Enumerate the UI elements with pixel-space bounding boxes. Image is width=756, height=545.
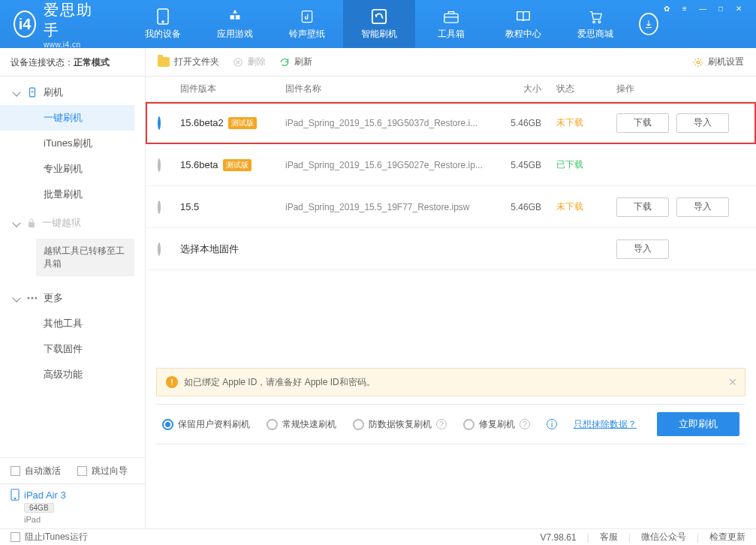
wechat-link[interactable]: 微信公众号 (641, 531, 686, 543)
sidebar-item-othertools[interactable]: 其他工具 (0, 311, 134, 336)
sidebar: 设备连接状态：正常模式 刷机 一键刷机 iTunes刷机 专业刷机 批量刷机 一… (0, 48, 146, 528)
book-icon (515, 8, 532, 25)
firmware-radio[interactable] (158, 242, 161, 256)
block-itunes-checkbox[interactable] (11, 532, 20, 542)
sidebar-group-more[interactable]: 更多 (0, 285, 145, 311)
nav-my-device[interactable]: 我的设备 (127, 0, 199, 48)
nav-tutorials[interactable]: 教程中心 (487, 0, 559, 48)
app-version: V7.98.61 (541, 532, 577, 543)
svg-point-6 (598, 20, 601, 23)
sidebar-item-itunes[interactable]: iTunes刷机 (0, 131, 134, 156)
phone-refresh-icon (27, 87, 38, 98)
nav-store[interactable]: 爱思商城 (559, 0, 631, 48)
firmware-row[interactable]: 选择本地固件导入 (146, 228, 756, 270)
auto-activate-checkbox[interactable] (11, 466, 20, 476)
beta-tag: 测试版 (228, 117, 257, 129)
delete-button[interactable]: 删除 (233, 56, 266, 68)
titlebar: i4 爱思助手 www.i4.cn 我的设备 应用游戏 铃声壁纸 智能刷机 工具… (0, 0, 756, 48)
chevron-down-icon (12, 218, 20, 227)
chevron-down-icon (12, 294, 20, 302)
sidebar-item-oneclick[interactable]: 一键刷机 (0, 105, 134, 131)
main-panel: 打开文件夹 删除 刷新 刷机设置 固件版本 固件名称 大小 状态 操作 15.6… (146, 48, 756, 528)
folder-icon (158, 57, 170, 67)
refresh-icon (279, 57, 290, 68)
maximize-button[interactable]: □ (712, 2, 729, 15)
table-header: 固件版本 固件名称 大小 状态 操作 (146, 77, 756, 102)
svg-rect-3 (372, 9, 386, 23)
refresh-button[interactable]: 刷新 (279, 56, 312, 68)
firmware-radio[interactable] (158, 116, 161, 130)
nav-toolbox[interactable]: 工具箱 (415, 0, 487, 48)
svg-rect-4 (444, 14, 458, 23)
statusbar: 阻止iTunes运行 V7.98.61 | 客服 | 微信公众号 | 检查更新 (0, 528, 756, 545)
nav-ringtones[interactable]: 铃声壁纸 (271, 0, 343, 48)
warning-icon: ! (166, 376, 178, 388)
app-url: www.i4.cn (44, 41, 97, 49)
flash-settings-button[interactable]: 刷机设置 (693, 56, 744, 68)
music-icon (299, 8, 315, 25)
flash-options-row: 保留用户资料刷机 常规快速刷机 防数据恢复刷机 ? 修复刷机 ? i 只想抹除数… (156, 404, 745, 444)
firmware-row[interactable]: 15.6beta测试版iPad_Spring_2019_15.6_19G5027… (146, 144, 756, 186)
lock-icon (27, 218, 36, 228)
download-indicator-icon[interactable] (639, 13, 658, 35)
open-folder-button[interactable]: 打开文件夹 (158, 56, 219, 68)
import-button[interactable]: 导入 (676, 197, 729, 217)
flash-now-button[interactable]: 立即刷机 (657, 412, 739, 436)
logo-icon: i4 (14, 11, 36, 38)
app-logo: i4 爱思助手 www.i4.cn (14, 0, 97, 49)
tablet-icon (11, 489, 20, 501)
skip-guide-checkbox[interactable] (77, 466, 87, 476)
nav-flash[interactable]: 智能刷机 (343, 0, 415, 48)
close-button[interactable]: ✕ (730, 2, 747, 15)
app-name: 爱思助手 (44, 0, 97, 41)
opt-repair[interactable]: 修复刷机 ? (463, 418, 530, 431)
svg-point-1 (162, 21, 164, 23)
device-type: iPad (24, 515, 134, 524)
opt-normal[interactable]: 常规快速刷机 (267, 418, 336, 431)
download-button[interactable]: 下载 (616, 113, 669, 133)
menu-icon[interactable]: ≡ (676, 2, 693, 15)
svg-point-9 (28, 297, 30, 299)
firmware-radio[interactable] (158, 158, 161, 172)
svg-rect-2 (303, 11, 312, 22)
svg-point-5 (593, 20, 595, 23)
sidebar-item-batch[interactable]: 批量刷机 (0, 182, 134, 207)
nav-apps[interactable]: 应用游戏 (199, 0, 271, 48)
refresh-icon (371, 8, 387, 25)
opt-keep-data[interactable]: 保留用户资料刷机 (162, 418, 250, 431)
sidebar-item-advanced[interactable]: 高级功能 (0, 362, 134, 387)
help-icon[interactable]: ? (520, 419, 530, 429)
firmware-row[interactable]: 15.6beta2测试版iPad_Spring_2019_15.6_19G503… (146, 102, 756, 144)
svg-point-10 (32, 297, 34, 299)
opt-anti-recovery[interactable]: 防数据恢复刷机 ? (353, 418, 447, 431)
svg-rect-7 (30, 88, 35, 97)
beta-tag: 测试版 (223, 159, 251, 171)
minimize-button[interactable]: — (694, 2, 711, 15)
window-controls: ✿ ≡ — □ ✕ (658, 0, 747, 15)
erase-only-link[interactable]: 只想抹除数据？ (574, 418, 637, 431)
check-update-link[interactable]: 检查更新 (709, 531, 745, 543)
info-icon: i (547, 419, 557, 429)
firmware-row[interactable]: 15.5iPad_Spring_2019_15.5_19F77_Restore.… (146, 186, 756, 228)
connection-status: 设备连接状态：正常模式 (0, 48, 145, 77)
svg-rect-8 (29, 222, 35, 227)
delete-icon (233, 57, 243, 68)
svg-point-15 (697, 61, 700, 64)
jailbreak-note: 越狱工具已转移至工具箱 (36, 239, 134, 276)
svg-point-11 (35, 297, 38, 299)
svg-point-13 (14, 498, 15, 498)
sidebar-group-flash[interactable]: 刷机 (0, 80, 145, 105)
settings-icon[interactable]: ✿ (658, 2, 675, 15)
import-button[interactable]: 导入 (616, 239, 669, 259)
import-button[interactable]: 导入 (676, 113, 729, 133)
sidebar-item-download-fw[interactable]: 下载固件 (0, 336, 134, 362)
phone-icon (155, 8, 171, 25)
firmware-radio[interactable] (158, 200, 161, 214)
device-info[interactable]: iPad Air 3 64GB iPad (0, 483, 145, 528)
help-icon[interactable]: ? (436, 419, 447, 429)
sidebar-item-pro[interactable]: 专业刷机 (0, 156, 134, 182)
alert-close-button[interactable]: ✕ (728, 376, 737, 388)
support-link[interactable]: 客服 (600, 531, 618, 543)
download-button[interactable]: 下载 (616, 197, 669, 217)
sidebar-group-jailbreak: 一键越狱 (0, 210, 145, 236)
